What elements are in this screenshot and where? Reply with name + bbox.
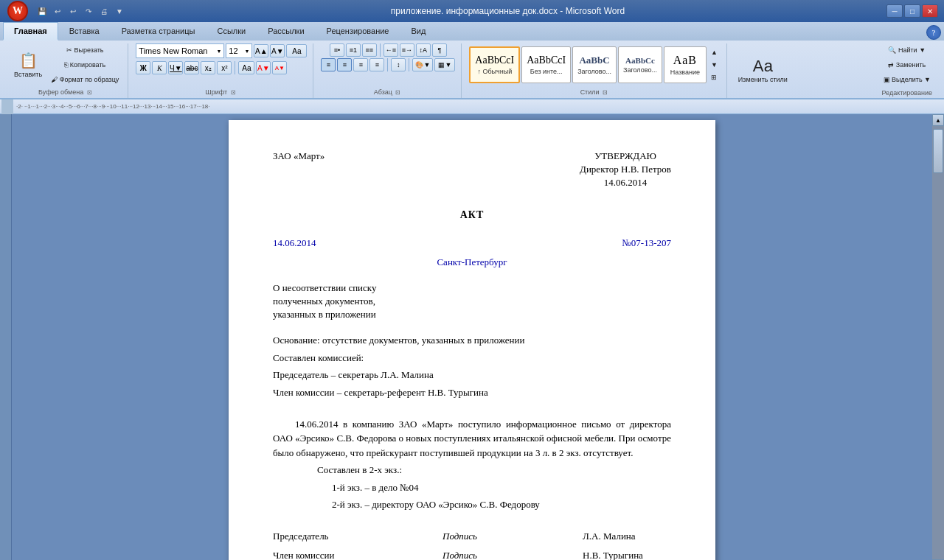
replace-button[interactable]: ⇄ Заменить [885, 58, 929, 71]
cut-button[interactable]: ✂ Вырезать [48, 43, 122, 57]
restore-button[interactable]: □ [904, 4, 920, 18]
print-qa-btn[interactable]: 🖨 [97, 4, 111, 18]
main-area: ЗАО «Март» УТВЕРЖДАЮ Директор Н.В. Петро… [0, 114, 944, 560]
style-normal[interactable]: AaBbCcI ↑ Обычный [469, 46, 520, 83]
find-button[interactable]: 🔍 Найти ▼ [885, 43, 929, 57]
close-button[interactable]: ✕ [922, 4, 938, 18]
text-effects-button[interactable]: Аа [238, 61, 254, 74]
tab-view[interactable]: Вид [400, 22, 437, 41]
increase-indent-button[interactable]: ≡→ [400, 43, 414, 57]
select-button[interactable]: ▣ Выделить ▼ [881, 73, 934, 86]
undo2-qa-btn[interactable]: ↩ [66, 4, 80, 18]
tab-page-layout[interactable]: Разметка страницы [111, 22, 206, 41]
borders-button[interactable]: ▦▼ [434, 58, 455, 71]
numbering-button[interactable]: ≡1 [346, 43, 361, 57]
sig-row1: Председатель Подпись Л.А. Малина [273, 530, 671, 543]
align-left-button[interactable]: ≡ [321, 58, 336, 71]
document-area: ЗАО «Март» УТВЕРЖДАЮ Директор Н.В. Петро… [12, 114, 932, 560]
style-heading1[interactable]: AaBbC Заголово... [572, 46, 617, 83]
tab-home[interactable]: Главная [3, 22, 58, 41]
style-title-preview: АаВ [673, 54, 697, 67]
style-title[interactable]: АаВ Название [664, 46, 707, 83]
line-spacing-button[interactable]: ↕ [391, 58, 406, 71]
copy1: 1-й экз. – в дело №04 [273, 480, 671, 495]
font-color-button[interactable]: A▼ [272, 61, 287, 74]
tab-references[interactable]: Ссылки [206, 22, 257, 41]
change-styles-content: Аа Изменить стили [735, 43, 791, 97]
align-right-button[interactable]: ≡ [353, 58, 368, 71]
multilevel-button[interactable]: ≡≡ [362, 43, 377, 57]
font-size-selector[interactable]: 12 ▼ [226, 43, 252, 58]
styles-dropdown[interactable]: ⊞ [708, 71, 721, 83]
sort-button[interactable]: ↕A [416, 43, 431, 57]
help-button[interactable]: ? [926, 25, 941, 40]
style-heading1-label: Заголово... [577, 68, 611, 75]
styles-area: AaBbCcI ↑ Обычный AaBbCcI Без инте... Aa… [469, 46, 720, 83]
format-painter-button[interactable]: 🖌 Формат по образцу [48, 73, 122, 86]
paste-button[interactable]: 📋 Вставить [10, 46, 46, 83]
tab-mailings[interactable]: Рассылки [257, 22, 315, 41]
styles-scroll-up[interactable]: ▲ [708, 46, 721, 59]
style-heading1-preview: AaBbC [579, 55, 609, 66]
subscript-button[interactable]: x₂ [201, 61, 215, 74]
ribbon-content: 📋 Вставить ✂ Вырезать ⎘ Копировать 🖌 Фор… [0, 41, 944, 98]
copy-button[interactable]: ⎘ Копировать [48, 58, 122, 71]
underline-button[interactable]: Ч▼ [168, 61, 183, 74]
right-scrollbar: ▲ ▼ [932, 114, 944, 560]
align-center-button[interactable]: ≡ [337, 58, 352, 71]
bullets-button[interactable]: ≡• [330, 43, 344, 57]
redo-qa-btn[interactable]: ↷ [82, 4, 95, 18]
doc-title: АКТ [273, 208, 671, 223]
highlight-button[interactable]: A▼ [256, 61, 271, 74]
italic-button[interactable]: К [152, 61, 167, 74]
font-expand[interactable]: ⊡ [229, 88, 237, 97]
scroll-up-button[interactable]: ▲ [932, 114, 944, 126]
document-page[interactable]: ЗАО «Март» УТВЕРЖДАЮ Директор Н.В. Петро… [229, 120, 715, 560]
clipboard-expand[interactable]: ⊡ [85, 88, 94, 97]
paragraph-expand[interactable]: ⊡ [394, 88, 403, 97]
clipboard-content: 📋 Вставить ✂ Вырезать ⎘ Копировать 🖌 Фор… [10, 43, 122, 86]
composed-by-text: Составлен комиссией: [273, 351, 671, 365]
bold-button[interactable]: Ж [136, 61, 150, 74]
sig2-name: Н.В. Турыгина [583, 549, 671, 560]
fmt-separator1 [235, 61, 235, 74]
style-normal-label: ↑ Обычный [477, 68, 512, 75]
signatures: Председатель Подпись Л.А. Малина Член ко… [273, 530, 671, 560]
style-title-label: Название [670, 69, 700, 76]
shading-button[interactable]: 🎨▼ [412, 58, 433, 71]
chairman-text: Председатель – секретарь Л.А. Малина [273, 368, 671, 382]
tab-review[interactable]: Рецензирование [316, 22, 400, 41]
show-marks-button[interactable]: ¶ [432, 43, 447, 57]
increase-font-btn[interactable]: A▲ [254, 44, 268, 57]
save-qa-btn[interactable]: 💾 [35, 4, 49, 18]
font-name-selector[interactable]: Times New Roman ▼ [136, 43, 224, 58]
decrease-font-btn[interactable]: A▼ [270, 44, 285, 57]
dropdown-qa-btn[interactable]: ▼ [113, 4, 126, 18]
justify-button[interactable]: ≡ [369, 58, 384, 71]
font-group-label: Шрифт ⊡ [206, 88, 238, 97]
change-styles-button[interactable]: Аа Изменить стили [735, 52, 791, 88]
styles-expand[interactable]: ⊡ [601, 88, 610, 97]
styles-group-label: Стили ⊡ [580, 88, 610, 97]
font-row2: Ж К Ч▼ abc x₂ x² Аа A▼ A▼ [136, 61, 287, 74]
scroll-thumb[interactable] [933, 129, 943, 173]
change-styles-group: Аа Изменить стили [729, 43, 797, 98]
minimize-button[interactable]: ─ [886, 4, 903, 18]
title-bar: W 💾 ↩ ↩ ↷ 🖨 ▼ приложение. информационные… [0, 0, 944, 22]
left-margin-bar [0, 114, 12, 560]
style-no-spacing[interactable]: AaBbCcI Без инте... [521, 46, 571, 83]
tab-insert[interactable]: Вставка [58, 22, 111, 41]
doc-number: №07-13-207 [622, 237, 671, 250]
style-normal-preview: AaBbCcI [475, 55, 514, 66]
styles-group: AaBbCcI ↑ Обычный AaBbCcI Без инте... Aa… [463, 43, 726, 98]
superscript-button[interactable]: x² [217, 61, 232, 74]
decrease-indent-button[interactable]: ←≡ [384, 43, 398, 57]
style-heading2[interactable]: AaBbCc Заголово... [618, 46, 662, 83]
clear-format-btn[interactable]: Aa [286, 44, 307, 57]
ribbon-tabs: Главная Вставка Разметка страницы Ссылки… [0, 22, 944, 41]
strikethrough-button[interactable]: abc [184, 61, 199, 74]
font-group: Times New Roman ▼ 12 ▼ A▲ A▼ Aa Ж К Ч▼ a… [130, 43, 313, 98]
styles-scroll-down[interactable]: ▼ [708, 59, 721, 71]
undo-qa-btn[interactable]: ↩ [51, 4, 64, 18]
office-button[interactable]: W [7, 1, 28, 21]
